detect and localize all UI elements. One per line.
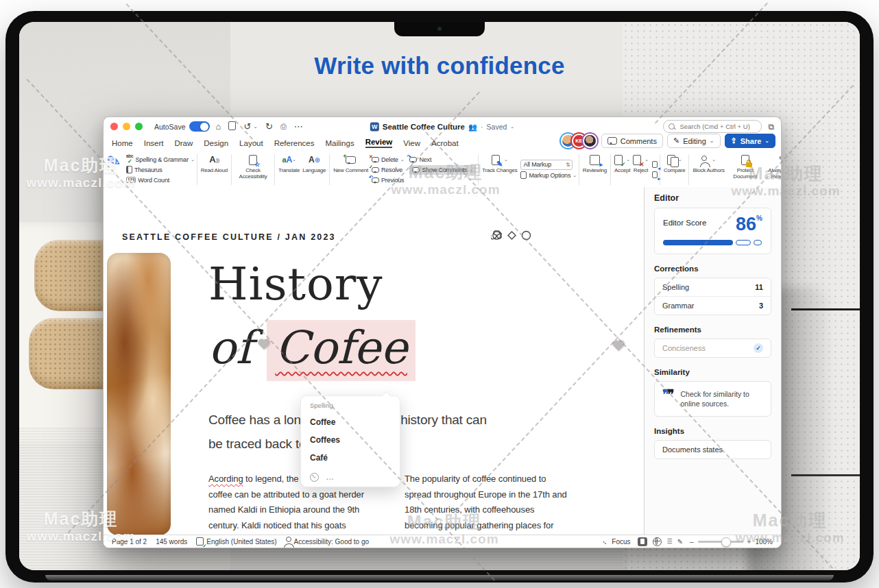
track-changes-button[interactable]: ✎⌄Track Changes <box>481 151 518 188</box>
next-comment-button[interactable]: ↷Next <box>409 155 476 164</box>
accessibility-status[interactable]: Accessibility: Good to go <box>286 537 370 547</box>
language-status[interactable]: ✓English (United States) <box>196 537 276 546</box>
window-content: SEATTLE COFFEE CULTURE / JAN 2023 Histor… <box>104 187 781 535</box>
editor-panel-title: Editor <box>654 193 771 203</box>
tab-layout[interactable]: Layout <box>239 139 263 147</box>
tab-acrobat[interactable]: Acrobat <box>431 139 459 147</box>
autosave-toggle[interactable] <box>189 121 210 132</box>
shared-people-icon[interactable]: 👥 <box>468 122 477 131</box>
document-title[interactable]: Seattle Coffee Culture <box>383 123 465 131</box>
tab-mailings[interactable]: Mailings <box>325 139 354 147</box>
protect-document-icon <box>741 155 749 165</box>
new-comment-button[interactable]: +New Comment <box>332 151 370 188</box>
compare-button[interactable]: ⌄Compare <box>662 151 687 188</box>
tab-home[interactable]: Home <box>112 139 133 147</box>
next-change-button[interactable]: ▸ <box>652 170 658 180</box>
zoom-out-button[interactable]: – <box>690 538 694 546</box>
spelling-suggestion-popup: Spelling Coffee Coffees Café … <box>300 395 400 487</box>
focus-mode-button[interactable]: ↔Focus <box>602 538 630 546</box>
search-field[interactable] <box>663 120 762 133</box>
correction-row-grammar[interactable]: Grammar 3 <box>655 296 771 315</box>
suggestion-coffee[interactable]: Coffee <box>310 413 391 431</box>
connect-icon[interactable]: ⧉ <box>768 122 774 132</box>
refinement-row-conciseness[interactable]: Conciseness ✓ <box>655 339 771 357</box>
misspelled-word[interactable]: Cofee <box>267 320 416 381</box>
tab-review[interactable]: Review <box>365 138 393 148</box>
markup-options-button[interactable]: Markup Options⌄ <box>520 171 576 180</box>
tab-draw[interactable]: Draw <box>174 139 193 147</box>
correction-row-spelling[interactable]: Spelling 11 <box>655 278 771 296</box>
accept-change-button[interactable]: ✓⌄Accept <box>613 151 631 188</box>
read-aloud-button[interactable]: A)))Read Aloud <box>200 151 229 188</box>
tab-insert[interactable]: Insert <box>144 139 164 147</box>
markup-view-select[interactable]: All Markup⇅ <box>520 160 573 170</box>
translate-button[interactable]: aA⌄Translate <box>277 151 301 188</box>
autosave-control: AutoSave <box>154 121 210 132</box>
delete-comment-button[interactable]: ✕Delete⌄ <box>372 155 405 164</box>
previous-comment-icon: ↶ <box>372 177 379 183</box>
more-options[interactable]: … <box>326 472 334 482</box>
word-count-status[interactable]: 145 words <box>156 538 187 546</box>
language-button[interactable]: A⊕Language <box>301 151 327 188</box>
show-comments-button[interactable]: Show Comments⌄ <box>409 165 476 175</box>
draft-view-button[interactable]: ✎ <box>677 538 683 546</box>
print-layout-view-button[interactable] <box>638 537 647 546</box>
read-aloud-icon: A <box>209 155 215 165</box>
previous-comment-button[interactable]: ↶Previous <box>372 175 405 185</box>
change-nav-buttons: ◂ ▸ <box>650 151 658 188</box>
save-icon[interactable] <box>228 121 236 132</box>
editor-score-label: Editor Score <box>663 215 706 227</box>
outline-view-button[interactable]: ☰ <box>667 538 672 545</box>
more-commands-icon[interactable]: ⋯ <box>294 121 303 132</box>
suggestion-cafe[interactable]: Café <box>310 449 391 467</box>
tab-design[interactable]: Design <box>204 139 228 147</box>
corrections-title: Corrections <box>654 265 771 273</box>
zoom-slider-knob[interactable] <box>721 537 731 547</box>
undo-icon[interactable]: ↺ <box>243 121 251 132</box>
search-input[interactable] <box>678 122 756 131</box>
block-authors-button[interactable]: ⌄Block Authors <box>691 151 725 188</box>
zoom-slider[interactable] <box>698 541 743 543</box>
thesaurus-button[interactable]: Thesaurus <box>126 165 195 175</box>
autosave-label: AutoSave <box>154 123 186 131</box>
share-button[interactable]: ⇪Share⌄ <box>725 134 776 148</box>
next-comment-icon: ↷ <box>409 157 417 162</box>
protect-document-button[interactable]: Protect Document <box>726 151 764 188</box>
document-canvas[interactable]: SEATTLE COFFEE CULTURE / JAN 2023 Histor… <box>104 187 645 535</box>
close-button[interactable] <box>110 123 118 130</box>
reviewing-pane-button[interactable]: ▸Reviewing <box>581 151 608 188</box>
resolve-comment-button[interactable]: ✓Resolve <box>372 165 405 175</box>
undo-chevron-icon[interactable]: ⌄ <box>253 123 258 130</box>
spelling-grammar-button[interactable]: abc✓Spelling & Grammar⌄ <box>126 155 195 164</box>
insights-row[interactable]: Documents states <box>655 441 771 458</box>
suggestion-coffees[interactable]: Coffees <box>310 431 391 449</box>
editing-mode-button[interactable]: ✎Editing⌄ <box>667 134 721 148</box>
comments-button[interactable]: Comments <box>601 134 663 148</box>
previous-change-button[interactable]: ◂ <box>652 160 658 169</box>
zoom-level[interactable]: 100% <box>755 538 773 546</box>
ignore-icon[interactable] <box>310 473 319 482</box>
similarity-card[interactable]: ❞❞ Check for similarity to online source… <box>654 381 771 417</box>
word-count-button[interactable]: 123Word Count <box>126 175 195 185</box>
saved-status[interactable]: Saved <box>487 123 507 131</box>
corrections-card: Spelling 11 Grammar 3 <box>654 278 771 315</box>
home-icon[interactable]: ⌂ <box>216 121 221 132</box>
page-indicator[interactable]: Page 1 of 2 <box>112 538 147 546</box>
redo-icon[interactable]: ↻ <box>265 121 273 132</box>
zoom-in-button[interactable]: + <box>747 538 751 546</box>
always-open-read-only-button[interactable]: ✎⊘Always Open Read-Only <box>764 151 781 188</box>
check-accessibility-button[interactable]: ☆Check Accessibility <box>234 151 272 188</box>
latte-art-image <box>107 253 171 535</box>
tab-references[interactable]: References <box>274 139 315 147</box>
collaborator-avatars: KB <box>561 134 597 148</box>
web-layout-view-button[interactable] <box>653 537 662 546</box>
tab-view[interactable]: View <box>403 139 420 147</box>
minimize-button[interactable] <box>123 123 130 130</box>
misspelled-word-acording[interactable]: Acording <box>208 474 243 484</box>
reject-change-button[interactable]: ✕⌄Reject <box>631 151 650 188</box>
saved-chevron-icon[interactable]: ⌄ <box>510 124 514 130</box>
fullscreen-button[interactable] <box>135 123 143 130</box>
next-change-icon: ▸ <box>652 171 658 178</box>
print-icon[interactable]: ⎙ <box>280 122 287 131</box>
avatar[interactable] <box>583 134 597 148</box>
